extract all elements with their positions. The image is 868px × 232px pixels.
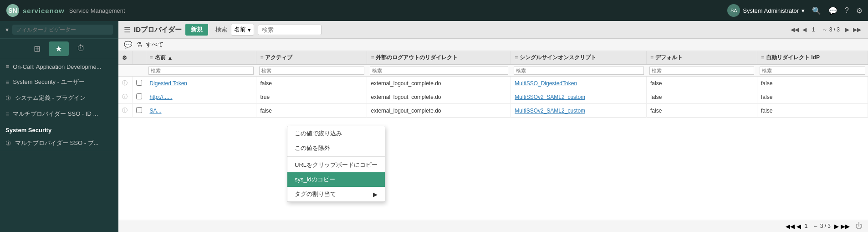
table-row: ⓘ http://...... true external_logout_com… — [118, 90, 868, 104]
context-menu-item-exclude[interactable]: この値を除外 — [287, 141, 385, 155]
sidebar-tabs: ⊞ ★ ⏱ — [0, 39, 118, 59]
row-info-icon: ⓘ — [118, 104, 132, 118]
row-name[interactable]: http://...... — [146, 90, 256, 104]
col-header-name[interactable]: ≡ 名前 ▲ — [146, 51, 256, 65]
sidebar-tab-clock[interactable]: ⏱ — [71, 41, 92, 56]
last-page-icon[interactable]: ▶▶ — [852, 26, 863, 34]
content-area: ☰ IDプロバイダー 新規 検索 名前 ▾ ◀◀ ◀ 1 ～ 3 / 3 ▶ ▶… — [118, 21, 868, 232]
row-sso[interactable]: MultiSSO_DigestedToken — [511, 77, 647, 90]
power-icon[interactable]: ⏻ — [855, 222, 863, 230]
item-icon: ① — [5, 94, 11, 102]
chat-icon[interactable]: 💬 — [828, 6, 837, 15]
row-sso[interactable]: MultiSSOv2_SAML2_custom — [511, 104, 647, 118]
col-header-sso[interactable]: ≡ シングルサインオンスクリプト — [511, 51, 647, 65]
page-number: 1 — [811, 26, 817, 34]
top-navigation: SN servicenow Service Management SA Syst… — [0, 0, 868, 21]
page-total-bottom: ～ 3 / 3 — [813, 222, 831, 230]
sidebar-item-label: On-Call: Application Developme... — [13, 63, 101, 70]
filter-input[interactable] — [12, 25, 113, 35]
filter-toolbar-icon[interactable]: ⚗ — [136, 41, 142, 49]
sidebar-item-multisso-provider[interactable]: ① マルチプロバイダー SSO - プ... — [0, 135, 118, 151]
row-name[interactable]: Digested Token — [146, 77, 256, 90]
search-logout[interactable] — [370, 67, 508, 75]
table-row: ⓘ Digested Token false external_logout_c… — [118, 77, 868, 90]
row-default: false — [647, 104, 757, 118]
row-name[interactable]: SA... — [146, 104, 256, 118]
search-default[interactable] — [649, 67, 755, 75]
row-autoredirect: false — [757, 104, 868, 118]
sidebar-item-oncall[interactable]: ≡ On-Call: Application Developme... — [0, 59, 118, 74]
next-page-icon[interactable]: ▶ — [844, 26, 851, 34]
item-icon: ≡ — [5, 63, 9, 70]
col-menu-icon: ≡ — [260, 55, 263, 61]
col-header-autoredirect[interactable]: ≡ 自動リダイレクト IdP — [757, 51, 868, 65]
context-menu: この値で絞り込み この値を除外 URLをクリップボードにコピー sys_idのコ… — [287, 126, 385, 202]
prev-page-bottom-icon[interactable]: ◀ — [797, 223, 801, 230]
sidebar: ▾ ⊞ ★ ⏱ ≡ On-Call: Application Developme… — [0, 21, 118, 232]
next-page-bottom-icon[interactable]: ▶ — [834, 223, 839, 230]
page-number-bottom: 1 — [805, 223, 808, 229]
col-settings[interactable]: ⚙ — [118, 51, 132, 65]
row-logout: external_logout_complete.do — [367, 104, 511, 118]
search-label: 検索 — [215, 26, 227, 34]
sidebar-item-security-user[interactable]: ≡ System Security - ユーザー — [0, 74, 118, 90]
search-sso[interactable] — [514, 67, 644, 75]
row-default: false — [647, 77, 757, 90]
row-checkbox[interactable] — [132, 90, 146, 104]
search-icon[interactable]: 🔍 — [812, 6, 821, 15]
col-header-active[interactable]: ≡ アクティブ — [256, 51, 367, 65]
logo-text: servicenow — [23, 7, 65, 15]
prev-page-icon[interactable]: ◀ — [801, 26, 808, 34]
list-title: IDプロバイダー — [134, 26, 182, 34]
context-menu-item-copy-sysid[interactable]: sys_idのコピー — [287, 172, 385, 187]
search-dropdown[interactable]: 名前 ▾ — [231, 24, 254, 36]
search-active[interactable] — [259, 67, 364, 75]
first-page-icon[interactable]: ◀◀ — [789, 26, 800, 34]
col-menu-icon: ≡ — [371, 55, 374, 61]
search-input[interactable] — [258, 25, 322, 35]
comment-icon[interactable]: 💬 — [124, 41, 133, 49]
col-menu-icon: ≡ — [650, 55, 654, 61]
sidebar-tab-grid[interactable]: ⊞ — [27, 41, 47, 56]
filter-nav: ▾ — [0, 21, 118, 39]
col-menu-icon: ≡ — [761, 55, 764, 61]
toolbar-row: 💬 ⚗ すべて — [118, 39, 868, 51]
sidebar-tab-star[interactable]: ★ — [49, 41, 69, 56]
row-active: false — [256, 77, 367, 90]
table-row: ⓘ SA... false external_logout_complete.d… — [118, 104, 868, 118]
new-button[interactable]: 新規 — [185, 24, 208, 36]
sidebar-item-label: System Security - ユーザー — [13, 78, 84, 86]
sidebar-item-multisso[interactable]: ≡ マルチプロバイダー SSO - ID ... — [0, 106, 118, 122]
app-title: Service Management — [69, 7, 125, 14]
row-autoredirect: false — [757, 90, 868, 104]
row-checkbox[interactable] — [132, 77, 146, 90]
first-page-bottom-icon[interactable]: ◀◀ — [786, 223, 795, 230]
context-menu-item-tag[interactable]: タグの割り当て ▶ — [287, 187, 385, 201]
help-icon[interactable]: ? — [845, 6, 849, 15]
search-name[interactable] — [148, 67, 254, 75]
nav-right: SA System Administrator ▾ 🔍 💬 ? ⚙ — [727, 4, 863, 17]
col-header-logout[interactable]: ≡ 外部のログアウトのリダイレクト — [367, 51, 511, 65]
logo: SN servicenow — [5, 3, 65, 18]
last-page-bottom-icon[interactable]: ▶▶ — [841, 223, 850, 230]
user-dropdown-icon[interactable]: ▾ — [802, 7, 805, 14]
sidebar-item-sysdef[interactable]: ① システム定義 - プラグイン — [0, 90, 118, 106]
settings-icon[interactable]: ⚙ — [856, 6, 863, 15]
sidebar-section-header: System Security — [0, 122, 118, 135]
context-menu-item-copy-url[interactable]: URLをクリップボードにコピー — [287, 158, 385, 172]
section-header-label: System Security — [5, 127, 51, 134]
hamburger-menu-icon[interactable]: ☰ — [124, 26, 130, 34]
col-header-default[interactable]: ≡ デフォルト — [647, 51, 757, 65]
bottom-bar: ◀◀ ◀ 1 ～ 3 / 3 ▶ ▶▶ ⏻ — [118, 220, 868, 232]
row-autoredirect: false — [757, 77, 868, 90]
submenu-arrow-icon: ▶ — [373, 191, 378, 198]
user-info[interactable]: SA System Administrator ▾ — [727, 4, 805, 17]
avatar: SA — [727, 4, 740, 17]
sort-icon: ▲ — [168, 55, 173, 61]
row-info-icon: ⓘ — [118, 77, 132, 90]
search-autoredirect[interactable] — [760, 67, 865, 75]
row-checkbox[interactable] — [132, 104, 146, 118]
col-menu-icon: ≡ — [150, 55, 153, 61]
row-sso[interactable]: MultiSSOv2_SAML2_custom — [511, 90, 647, 104]
context-menu-item-filter[interactable]: この値で絞り込み — [287, 126, 385, 141]
